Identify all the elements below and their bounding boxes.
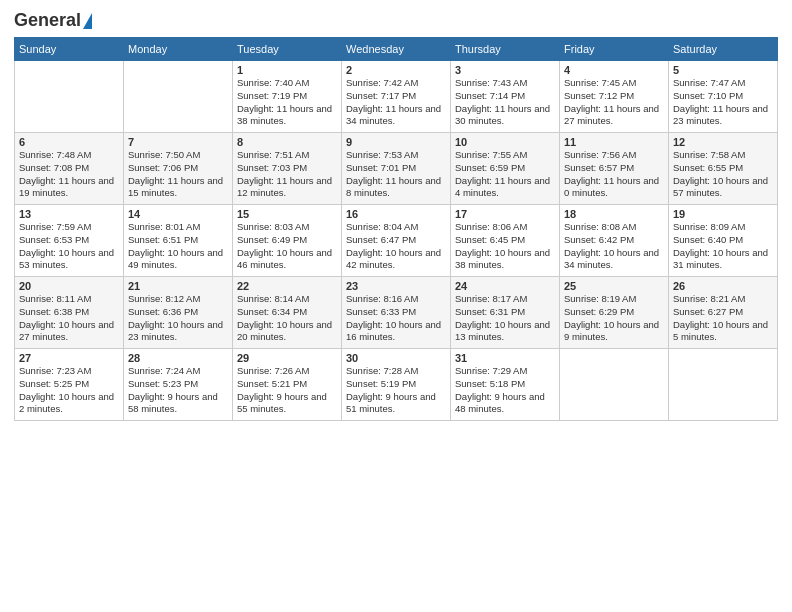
- column-header-saturday: Saturday: [669, 38, 778, 61]
- day-number: 14: [128, 208, 228, 220]
- day-number: 28: [128, 352, 228, 364]
- day-info: Sunrise: 8:04 AMSunset: 6:47 PMDaylight:…: [346, 221, 446, 272]
- day-number: 4: [564, 64, 664, 76]
- day-info: Sunrise: 7:55 AMSunset: 6:59 PMDaylight:…: [455, 149, 555, 200]
- day-info: Sunrise: 7:40 AMSunset: 7:19 PMDaylight:…: [237, 77, 337, 128]
- day-cell: 24Sunrise: 8:17 AMSunset: 6:31 PMDayligh…: [451, 277, 560, 349]
- day-cell: 21Sunrise: 8:12 AMSunset: 6:36 PMDayligh…: [124, 277, 233, 349]
- day-cell: 5Sunrise: 7:47 AMSunset: 7:10 PMDaylight…: [669, 61, 778, 133]
- day-number: 1: [237, 64, 337, 76]
- day-number: 3: [455, 64, 555, 76]
- day-number: 8: [237, 136, 337, 148]
- day-info: Sunrise: 7:24 AMSunset: 5:23 PMDaylight:…: [128, 365, 228, 416]
- day-cell: 20Sunrise: 8:11 AMSunset: 6:38 PMDayligh…: [15, 277, 124, 349]
- day-info: Sunrise: 8:12 AMSunset: 6:36 PMDaylight:…: [128, 293, 228, 344]
- day-info: Sunrise: 8:19 AMSunset: 6:29 PMDaylight:…: [564, 293, 664, 344]
- day-cell: 9Sunrise: 7:53 AMSunset: 7:01 PMDaylight…: [342, 133, 451, 205]
- day-info: Sunrise: 7:23 AMSunset: 5:25 PMDaylight:…: [19, 365, 119, 416]
- day-number: 24: [455, 280, 555, 292]
- day-info: Sunrise: 7:50 AMSunset: 7:06 PMDaylight:…: [128, 149, 228, 200]
- day-number: 9: [346, 136, 446, 148]
- day-cell: 16Sunrise: 8:04 AMSunset: 6:47 PMDayligh…: [342, 205, 451, 277]
- day-cell: 11Sunrise: 7:56 AMSunset: 6:57 PMDayligh…: [560, 133, 669, 205]
- day-info: Sunrise: 7:56 AMSunset: 6:57 PMDaylight:…: [564, 149, 664, 200]
- day-cell: 25Sunrise: 8:19 AMSunset: 6:29 PMDayligh…: [560, 277, 669, 349]
- logo-triangle-icon: [83, 13, 92, 29]
- day-info: Sunrise: 7:58 AMSunset: 6:55 PMDaylight:…: [673, 149, 773, 200]
- day-number: 5: [673, 64, 773, 76]
- day-info: Sunrise: 8:11 AMSunset: 6:38 PMDaylight:…: [19, 293, 119, 344]
- day-info: Sunrise: 8:08 AMSunset: 6:42 PMDaylight:…: [564, 221, 664, 272]
- day-cell: 23Sunrise: 8:16 AMSunset: 6:33 PMDayligh…: [342, 277, 451, 349]
- column-header-thursday: Thursday: [451, 38, 560, 61]
- day-cell: 17Sunrise: 8:06 AMSunset: 6:45 PMDayligh…: [451, 205, 560, 277]
- calendar-table: SundayMondayTuesdayWednesdayThursdayFrid…: [14, 37, 778, 421]
- header: General: [14, 10, 778, 29]
- column-header-tuesday: Tuesday: [233, 38, 342, 61]
- day-info: Sunrise: 8:06 AMSunset: 6:45 PMDaylight:…: [455, 221, 555, 272]
- day-cell: 15Sunrise: 8:03 AMSunset: 6:49 PMDayligh…: [233, 205, 342, 277]
- day-number: 10: [455, 136, 555, 148]
- day-info: Sunrise: 7:51 AMSunset: 7:03 PMDaylight:…: [237, 149, 337, 200]
- day-cell: 27Sunrise: 7:23 AMSunset: 5:25 PMDayligh…: [15, 349, 124, 421]
- header-row: SundayMondayTuesdayWednesdayThursdayFrid…: [15, 38, 778, 61]
- day-cell: 6Sunrise: 7:48 AMSunset: 7:08 PMDaylight…: [15, 133, 124, 205]
- day-cell: 22Sunrise: 8:14 AMSunset: 6:34 PMDayligh…: [233, 277, 342, 349]
- day-number: 17: [455, 208, 555, 220]
- day-cell: 1Sunrise: 7:40 AMSunset: 7:19 PMDaylight…: [233, 61, 342, 133]
- day-cell: 3Sunrise: 7:43 AMSunset: 7:14 PMDaylight…: [451, 61, 560, 133]
- day-number: 19: [673, 208, 773, 220]
- day-cell: 28Sunrise: 7:24 AMSunset: 5:23 PMDayligh…: [124, 349, 233, 421]
- day-number: 16: [346, 208, 446, 220]
- column-header-wednesday: Wednesday: [342, 38, 451, 61]
- day-cell: 19Sunrise: 8:09 AMSunset: 6:40 PMDayligh…: [669, 205, 778, 277]
- week-row-5: 27Sunrise: 7:23 AMSunset: 5:25 PMDayligh…: [15, 349, 778, 421]
- day-info: Sunrise: 8:09 AMSunset: 6:40 PMDaylight:…: [673, 221, 773, 272]
- day-cell: 29Sunrise: 7:26 AMSunset: 5:21 PMDayligh…: [233, 349, 342, 421]
- day-number: 12: [673, 136, 773, 148]
- day-cell: 8Sunrise: 7:51 AMSunset: 7:03 PMDaylight…: [233, 133, 342, 205]
- day-info: Sunrise: 7:42 AMSunset: 7:17 PMDaylight:…: [346, 77, 446, 128]
- day-info: Sunrise: 8:03 AMSunset: 6:49 PMDaylight:…: [237, 221, 337, 272]
- day-cell: 31Sunrise: 7:29 AMSunset: 5:18 PMDayligh…: [451, 349, 560, 421]
- day-info: Sunrise: 8:21 AMSunset: 6:27 PMDaylight:…: [673, 293, 773, 344]
- day-info: Sunrise: 8:01 AMSunset: 6:51 PMDaylight:…: [128, 221, 228, 272]
- day-cell: 13Sunrise: 7:59 AMSunset: 6:53 PMDayligh…: [15, 205, 124, 277]
- column-header-monday: Monday: [124, 38, 233, 61]
- day-info: Sunrise: 7:26 AMSunset: 5:21 PMDaylight:…: [237, 365, 337, 416]
- day-number: 2: [346, 64, 446, 76]
- day-cell: [669, 349, 778, 421]
- day-number: 20: [19, 280, 119, 292]
- day-number: 27: [19, 352, 119, 364]
- column-header-friday: Friday: [560, 38, 669, 61]
- day-info: Sunrise: 7:53 AMSunset: 7:01 PMDaylight:…: [346, 149, 446, 200]
- page: General SundayMondayTuesdayWednesdayThur…: [0, 0, 792, 612]
- logo: General: [14, 10, 92, 29]
- day-number: 18: [564, 208, 664, 220]
- day-cell: 10Sunrise: 7:55 AMSunset: 6:59 PMDayligh…: [451, 133, 560, 205]
- day-cell: 4Sunrise: 7:45 AMSunset: 7:12 PMDaylight…: [560, 61, 669, 133]
- week-row-2: 6Sunrise: 7:48 AMSunset: 7:08 PMDaylight…: [15, 133, 778, 205]
- day-info: Sunrise: 7:47 AMSunset: 7:10 PMDaylight:…: [673, 77, 773, 128]
- day-number: 23: [346, 280, 446, 292]
- day-number: 31: [455, 352, 555, 364]
- day-cell: 2Sunrise: 7:42 AMSunset: 7:17 PMDaylight…: [342, 61, 451, 133]
- day-info: Sunrise: 7:48 AMSunset: 7:08 PMDaylight:…: [19, 149, 119, 200]
- day-info: Sunrise: 7:43 AMSunset: 7:14 PMDaylight:…: [455, 77, 555, 128]
- day-info: Sunrise: 7:28 AMSunset: 5:19 PMDaylight:…: [346, 365, 446, 416]
- day-number: 15: [237, 208, 337, 220]
- day-info: Sunrise: 8:16 AMSunset: 6:33 PMDaylight:…: [346, 293, 446, 344]
- day-cell: 14Sunrise: 8:01 AMSunset: 6:51 PMDayligh…: [124, 205, 233, 277]
- day-number: 7: [128, 136, 228, 148]
- column-header-sunday: Sunday: [15, 38, 124, 61]
- week-row-3: 13Sunrise: 7:59 AMSunset: 6:53 PMDayligh…: [15, 205, 778, 277]
- day-info: Sunrise: 8:17 AMSunset: 6:31 PMDaylight:…: [455, 293, 555, 344]
- day-cell: [15, 61, 124, 133]
- day-number: 13: [19, 208, 119, 220]
- day-number: 30: [346, 352, 446, 364]
- day-number: 11: [564, 136, 664, 148]
- week-row-4: 20Sunrise: 8:11 AMSunset: 6:38 PMDayligh…: [15, 277, 778, 349]
- day-number: 26: [673, 280, 773, 292]
- day-number: 6: [19, 136, 119, 148]
- day-number: 25: [564, 280, 664, 292]
